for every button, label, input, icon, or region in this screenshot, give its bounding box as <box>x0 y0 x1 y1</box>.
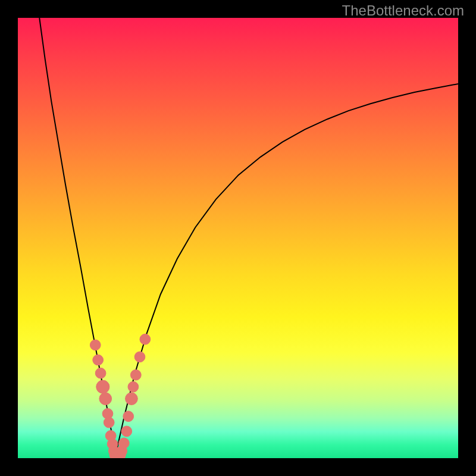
data-marker <box>130 369 141 380</box>
data-marker <box>134 352 145 362</box>
data-marker <box>104 417 114 428</box>
plot-area <box>18 18 458 458</box>
data-marker <box>96 380 109 393</box>
data-marker <box>121 426 132 437</box>
chart-outer-frame: TheBottleneck.com <box>0 0 476 476</box>
data-marker <box>90 340 101 350</box>
data-marker <box>140 334 151 345</box>
chart-svg <box>18 18 458 458</box>
data-marker <box>118 438 129 449</box>
data-marker <box>95 368 106 378</box>
data-marker <box>93 355 104 365</box>
right-curve <box>115 84 458 455</box>
watermark-text: TheBottleneck.com <box>342 2 464 19</box>
data-marker <box>99 393 112 405</box>
data-marker <box>123 411 134 422</box>
data-marker <box>128 381 139 392</box>
data-markers <box>90 334 150 458</box>
data-marker <box>126 393 138 405</box>
